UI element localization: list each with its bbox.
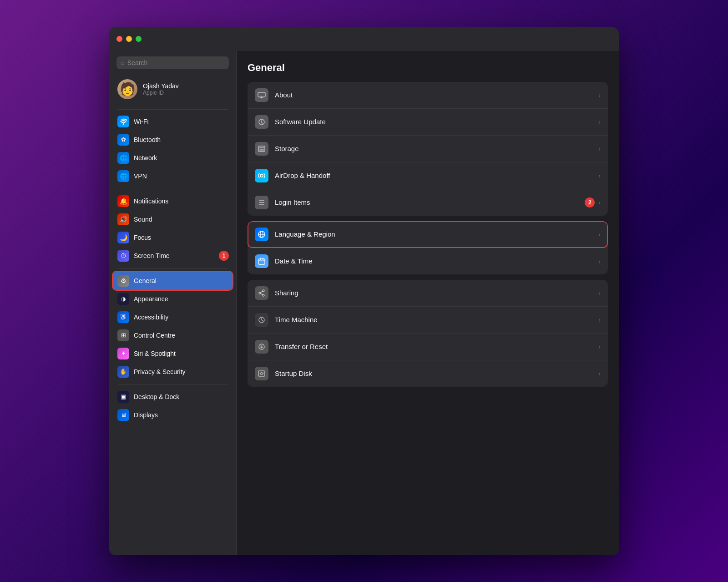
about-label: About — [275, 91, 598, 99]
main-content: General About › — [237, 51, 619, 555]
privacy-icon: ✋ — [117, 366, 129, 378]
content-area: ⌕ Search 🧑 Ojash Yadav Apple ID — [109, 51, 619, 555]
sidebar-item-wifi[interactable]: Wi-Fi — [113, 112, 233, 131]
startup-icon — [255, 367, 268, 380]
settings-row-language[interactable]: Language & Region › — [248, 221, 608, 248]
settings-row-timemachine[interactable]: Time Machine › — [248, 307, 608, 334]
about-chevron: › — [598, 91, 601, 99]
sidebar-item-displays-label: Displays — [134, 411, 158, 419]
desktop-icon: ▣ — [117, 391, 129, 403]
settings-group-1: About › Software Update › — [248, 82, 608, 216]
svg-point-18 — [263, 294, 264, 296]
softwareupdate-chevron: › — [598, 118, 601, 126]
sidebar-item-accessibility-label: Accessibility — [134, 314, 168, 321]
sound-icon: 🔊 — [117, 213, 129, 225]
minimize-button[interactable] — [126, 36, 132, 42]
user-subtitle: Apple ID — [143, 90, 179, 96]
language-label: Language & Region — [275, 230, 598, 238]
sidebar-item-network-label: Network — [134, 154, 157, 162]
traffic-lights — [116, 36, 142, 42]
search-icon: ⌕ — [121, 59, 125, 66]
startup-label: Startup Disk — [275, 369, 598, 377]
sidebar-item-siri[interactable]: ✦ Siri & Spotlight — [113, 344, 233, 363]
user-name: Ojash Yadav — [143, 82, 179, 90]
search-box[interactable]: ⌕ Search — [116, 56, 229, 69]
settings-row-sharing[interactable]: Sharing › — [248, 280, 608, 307]
sidebar-item-privacy[interactable]: ✋ Privacy & Security — [113, 363, 233, 381]
divider-2 — [117, 189, 228, 189]
user-info: Ojash Yadav Apple ID — [143, 82, 179, 96]
svg-rect-12 — [258, 259, 265, 264]
network-icon: 🌐 — [117, 152, 129, 164]
sidebar-item-general-label: General — [134, 277, 157, 284]
titlebar — [109, 27, 619, 51]
transfer-chevron: › — [598, 343, 601, 350]
search-container: ⌕ Search — [109, 51, 236, 75]
sidebar-item-desktop-label: Desktop & Dock — [134, 393, 179, 400]
sidebar-item-screentime[interactable]: ⏱ Screen Time 1 — [113, 247, 233, 265]
sidebar-item-appearance[interactable]: ◑ Appearance — [113, 290, 233, 308]
vpn-icon: 🌐 — [117, 170, 129, 182]
timemachine-chevron: › — [598, 316, 601, 324]
settings-row-about[interactable]: About › — [248, 82, 608, 109]
maximize-button[interactable] — [136, 36, 142, 42]
airdrop-icon — [255, 169, 268, 182]
notifications-icon: 🔔 — [117, 195, 129, 207]
sidebar-item-focus[interactable]: 🌙 Focus — [113, 228, 233, 247]
settings-row-loginitems[interactable]: Login Items 2 › — [248, 189, 608, 216]
svg-rect-4 — [259, 149, 264, 151]
settings-row-softwareupdate[interactable]: Software Update › — [248, 109, 608, 136]
settings-group-2: Language & Region › Date & Time › — [248, 221, 608, 274]
timemachine-label: Time Machine — [275, 316, 598, 324]
sidebar-item-sound-label: Sound — [134, 216, 152, 223]
focus-icon: 🌙 — [117, 232, 129, 243]
sidebar-item-controlcentre[interactable]: ⊞ Control Centre — [113, 326, 233, 344]
svg-rect-3 — [259, 147, 264, 148]
settings-row-storage[interactable]: Storage › — [248, 136, 608, 162]
close-button[interactable] — [116, 36, 122, 42]
loginitems-label: Login Items — [275, 198, 585, 206]
loginitems-icon — [255, 196, 268, 209]
airdrop-label: AirDrop & Handoff — [275, 172, 598, 179]
sidebar-section-network: Wi-Fi ✿ Bluetooth 🌐 Network 🌐 VP — [113, 112, 233, 185]
sidebar-item-focus-label: Focus — [134, 234, 151, 241]
sidebar-item-accessibility[interactable]: ♿ Accessibility — [113, 308, 233, 326]
transfer-icon — [255, 340, 268, 354]
user-profile[interactable]: 🧑 Ojash Yadav Apple ID — [113, 75, 233, 106]
sidebar-item-notifications-label: Notifications — [134, 197, 168, 205]
storage-chevron: › — [598, 145, 601, 152]
sidebar-item-general[interactable]: ⚙ General — [113, 272, 233, 290]
settings-row-transfer[interactable]: Transfer or Reset › — [248, 334, 608, 360]
sidebar: ⌕ Search 🧑 Ojash Yadav Apple ID — [109, 51, 237, 555]
sidebar-item-displays[interactable]: 🖥 Displays — [113, 406, 233, 424]
general-icon: ⚙ — [117, 275, 129, 287]
settings-row-datetime[interactable]: Date & Time › — [248, 248, 608, 274]
controlcentre-icon: ⊞ — [117, 329, 129, 341]
sidebar-item-desktop[interactable]: ▣ Desktop & Dock — [113, 388, 233, 406]
screentime-badge: 1 — [219, 251, 229, 261]
siri-icon: ✦ — [117, 348, 129, 359]
loginitems-chevron: › — [598, 199, 601, 206]
svg-rect-2 — [258, 146, 265, 152]
page-title: General — [248, 62, 608, 74]
language-icon — [255, 228, 268, 241]
sidebar-item-vpn[interactable]: 🌐 VPN — [113, 167, 233, 185]
settings-group-3: Sharing › Time Machine › — [248, 280, 608, 387]
sidebar-item-sound[interactable]: 🔊 Sound — [113, 210, 233, 228]
settings-row-startup[interactable]: Startup Disk › — [248, 360, 608, 387]
sidebar-item-privacy-label: Privacy & Security — [134, 368, 186, 375]
sidebar-item-controlcentre-label: Control Centre — [134, 332, 175, 339]
storage-icon — [255, 142, 268, 156]
avatar: 🧑 — [117, 79, 137, 99]
startup-chevron: › — [598, 370, 601, 377]
svg-line-19 — [261, 291, 263, 293]
sidebar-item-notifications[interactable]: 🔔 Notifications — [113, 192, 233, 210]
sidebar-item-network[interactable]: 🌐 Network — [113, 149, 233, 167]
search-placeholder: Search — [127, 59, 147, 66]
screentime-icon: ⏱ — [117, 250, 129, 262]
settings-row-airdrop[interactable]: AirDrop & Handoff › — [248, 162, 608, 189]
sidebar-item-bluetooth[interactable]: ✿ Bluetooth — [113, 131, 233, 149]
datetime-icon — [255, 254, 268, 268]
svg-rect-0 — [258, 92, 265, 97]
svg-point-24 — [261, 372, 263, 375]
